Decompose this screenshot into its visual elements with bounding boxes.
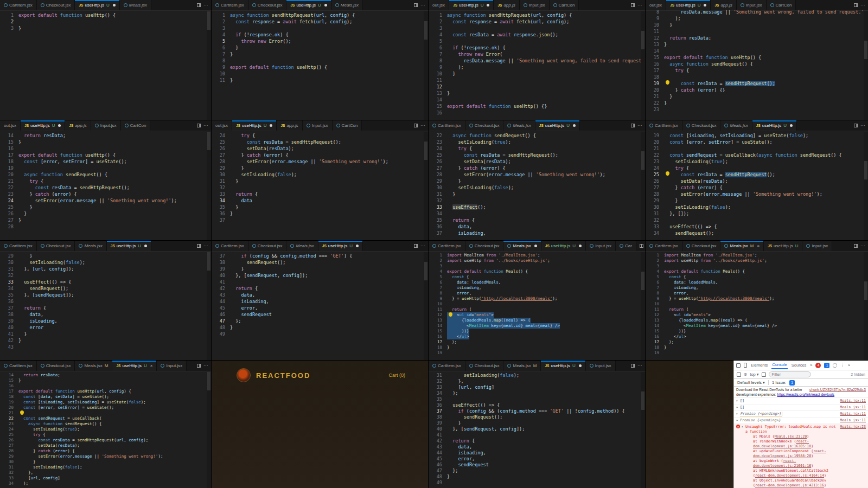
code-line[interactable]: 30 } [0,459,211,465]
code-line[interactable]: 27 } catch (error) { [646,184,868,191]
code-line[interactable]: 35 [429,396,645,402]
tab-checkout-jsx[interactable]: Checkout.jsx [465,361,504,371]
issues-count-badge[interactable]: 1 [789,380,795,386]
tab-meals-jsx[interactable]: Meals.jsx [286,241,318,251]
code-line[interactable]: 27} [0,217,211,223]
code-line[interactable]: 12 return resData; [646,35,868,41]
code-line[interactable]: 43 data, [429,444,645,450]
code-line[interactable]: 16 [429,110,645,116]
tab-cartitem-jsx[interactable]: CartItem.jsx [0,0,37,10]
tab-meals-jsx[interactable]: Meals.jsx [120,0,151,10]
code-line[interactable]: 36 useEffect(() => { [429,402,645,408]
code-line[interactable]: 21 try { [0,178,211,184]
tab-dirty-indicator[interactable] [270,124,272,127]
code-line[interactable]: 24 try { [646,165,868,171]
tab-app-js[interactable]: JSapp.js [277,120,302,131]
inspect-element-icon[interactable] [736,363,741,368]
code-line[interactable]: 26 } [0,210,211,217]
code-line[interactable]: 49 [429,480,645,486]
code-line[interactable]: 2 const response = await fetch(url, conf… [212,18,428,25]
code-line[interactable]: 19 const [isLoading, setIsLoading] = use… [0,400,211,405]
code-line[interactable]: 32 [429,197,645,204]
scrollbar[interactable] [864,132,868,240]
tab-usehttp-js[interactable]: JSuseHttp.jsU [764,241,802,251]
issue-count-badge[interactable]: 1 [824,363,829,368]
code-line[interactable]: 30 setIsLoading(false); [0,259,211,266]
code-line[interactable]: 16 </ul> [646,334,868,339]
code-line[interactable]: 22 const sendRequest = useCallback( [0,416,211,421]
code-line[interactable]: 37 if (config && (config.method === 'GET… [429,408,645,414]
tab-usehttp-js[interactable]: JSuseHttp.jsU [232,120,277,131]
code-line[interactable]: 18 const [data, setData] = useState(); [0,394,211,400]
code-line[interactable]: 10 } [646,22,868,28]
code-line[interactable]: 12 [429,84,645,90]
code-line[interactable]: 11 return ( [429,307,645,312]
code-line[interactable]: 11 [429,77,645,84]
code-line[interactable]: 13 {loadedMeals.map((meal) => ( [429,318,645,323]
scrollbar[interactable] [641,252,645,360]
code-line[interactable]: 32 [212,184,428,191]
tab-usehttp-js[interactable]: JSuseHttp.jsU [318,241,363,251]
code-line[interactable]: 31 setIsLoading(false); [0,465,211,470]
code-line[interactable]: 42} [0,337,211,344]
code-line[interactable]: 18 [646,74,868,80]
code-line[interactable]: 23 setIsLoading(true); [429,139,645,145]
code-line[interactable]: 33 [url, config] [0,476,211,481]
code-line[interactable]: 34 ); [429,390,645,396]
more-actions-icon[interactable]: ⋯ [860,243,865,248]
source-link[interactable]: Meals.jsx:11 [840,418,866,423]
code-line[interactable]: 19 const [isLoading, setIsLoading] = use… [646,132,868,139]
code-line[interactable]: 8 error, [646,291,868,296]
code-line[interactable]: 11 return ( [646,307,868,312]
code-line[interactable]: 45 error, [212,305,428,311]
code-line[interactable]: 12 <ul id="meals"> [429,312,645,318]
code-line[interactable]: 22 const resData = sendHttpRequest(); [0,184,211,191]
code-line[interactable]: 31 setIsLoading(false); [429,373,645,378]
tab-cartitem-jsx[interactable]: CartItem.jsx [212,0,248,10]
code-line[interactable]: 28 setError(error.message || 'Something … [429,171,645,178]
eye-icon[interactable] [762,373,766,377]
context-selector[interactable]: top ▾ [750,372,758,377]
code-line[interactable]: 7 isLoading, [646,285,868,291]
code-line[interactable]: 8 resData.message || 'Something went wro… [429,57,645,64]
more-actions-icon[interactable]: ⋯ [203,243,208,248]
tab-input-jsx[interactable]: Input.jsx [303,120,333,131]
code-line[interactable]: 15} [0,378,211,383]
code-line[interactable]: 13 {loadedMeals.map((meal) => ( [646,318,868,323]
tab-checkout-jsx[interactable]: Checkout.jsx [37,241,75,251]
lightbulb-icon[interactable] [449,312,452,316]
code-line[interactable]: 15export default function useHttp() { [646,54,868,61]
tab-cartcon[interactable]: CartCon [333,120,362,131]
code-line[interactable]: 1async function sendHttpRequest(url, con… [212,12,428,18]
split-editor-icon[interactable] [640,244,643,248]
tab-cartitem-jsx[interactable]: CartItem.jsx [0,361,37,371]
code-line[interactable]: 40 }, [sendRequest, config]); [429,426,645,432]
tab-out-jsx[interactable]: out.jsx [0,120,21,131]
code-line[interactable]: 9 ); [646,15,868,22]
code-line[interactable]: 14 <MealItem key={meal.id} meal={meal} /… [429,323,645,329]
code-line[interactable]: 14 <MealItem key={meal.id} meal={meal} /… [646,323,868,329]
code-line[interactable]: 22} [646,100,868,106]
code-line[interactable]: 13} [429,90,645,97]
tab-usehttp-js[interactable]: JSuseHttp.jsU [107,241,151,251]
source-link[interactable]: Meals.jsx:11 [840,412,866,416]
lightbulb-icon[interactable] [20,410,24,414]
code-line[interactable]: 21 } [646,93,868,100]
more-actions-icon[interactable]: ⋯ [420,243,425,248]
code-line[interactable]: 30 setIsLoading(false); [646,204,868,210]
code-line[interactable]: 41 [429,432,645,438]
device-toolbar-icon[interactable] [744,363,747,368]
code-line[interactable]: 40 }, [sendRequest, config]); [212,272,428,279]
code-line[interactable]: 3 [212,25,428,31]
code-line[interactable]: 47 }; [429,468,645,474]
scrollbar[interactable] [207,252,211,360]
tab-app-js[interactable]: JSapp.js [494,0,519,10]
tab-usehttp-js[interactable]: JSuseHttp.jsU× [112,361,157,371]
code-line[interactable]: 26 setData(resData); [646,178,868,184]
expand-caret-icon[interactable]: ▸ [742,425,744,429]
split-editor-icon[interactable] [197,124,201,127]
code-line[interactable]: 8 [212,57,428,64]
tab-cartitem-jsx[interactable]: CartItem.jsx [429,361,465,371]
tab-dirty-indicator[interactable] [573,124,576,127]
code-line[interactable]: 14 return resData; [0,373,211,378]
